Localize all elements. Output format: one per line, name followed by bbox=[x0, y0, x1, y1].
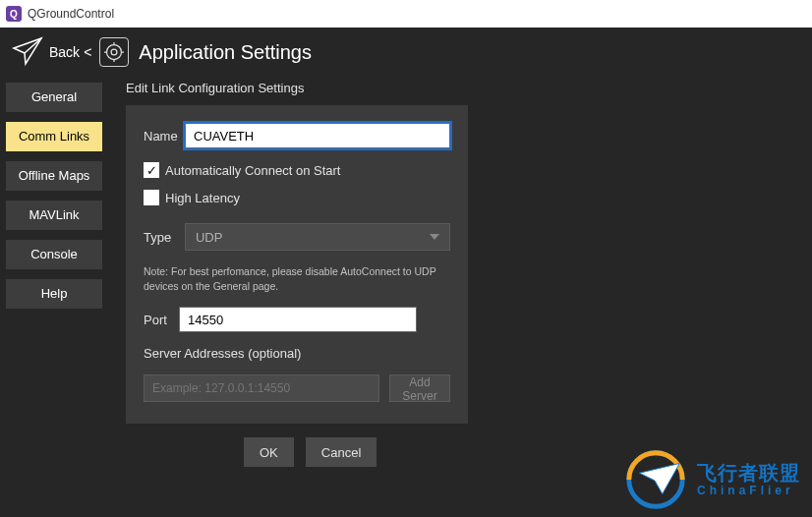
window-title: QGroundControl bbox=[28, 7, 114, 21]
header-bar: Back < Application Settings bbox=[0, 28, 812, 77]
watermark: 飞行者联盟 ChinaFlier bbox=[622, 446, 800, 513]
paper-plane-icon[interactable] bbox=[12, 36, 43, 68]
gear-icon bbox=[104, 42, 124, 62]
type-select[interactable]: UDP bbox=[185, 223, 450, 251]
watermark-en: ChinaFlier bbox=[697, 485, 794, 496]
auto-connect-label: Automatically Connect on Start bbox=[165, 163, 340, 178]
watermark-cn: 飞行者联盟 bbox=[697, 463, 800, 483]
window-titlebar: Q QGroundControl bbox=[0, 0, 812, 28]
chevron-down-icon bbox=[430, 234, 439, 240]
sidebar: General Comm Links Offline Maps MAVLink … bbox=[0, 77, 108, 467]
app-frame: Back < Application Settings General Comm… bbox=[0, 28, 812, 517]
sidebar-item-general[interactable]: General bbox=[6, 83, 102, 112]
svg-point-1 bbox=[111, 49, 117, 55]
sidebar-item-help[interactable]: Help bbox=[6, 279, 102, 309]
port-label: Port bbox=[144, 313, 179, 327]
name-input[interactable] bbox=[185, 123, 450, 148]
cancel-button[interactable]: Cancel bbox=[306, 437, 377, 467]
port-input[interactable] bbox=[179, 307, 417, 332]
high-latency-checkbox[interactable] bbox=[144, 190, 159, 205]
type-selected: UDP bbox=[196, 230, 222, 245]
server-addresses-label: Server Addresses (optional) bbox=[144, 346, 450, 361]
page-title: Application Settings bbox=[139, 41, 312, 64]
sidebar-item-comm-links[interactable]: Comm Links bbox=[6, 122, 102, 151]
app-icon: Q bbox=[6, 6, 22, 22]
edit-link-panel: Name ✓ Automatically Connect on Start Hi… bbox=[126, 105, 468, 424]
type-label: Type bbox=[144, 230, 185, 245]
auto-connect-checkbox[interactable]: ✓ bbox=[144, 162, 159, 178]
add-server-button[interactable]: Add Server bbox=[389, 374, 450, 402]
settings-icon-box[interactable] bbox=[99, 37, 129, 67]
svg-point-0 bbox=[107, 45, 122, 60]
sidebar-item-offline-maps[interactable]: Offline Maps bbox=[6, 161, 102, 191]
server-address-input[interactable] bbox=[144, 374, 379, 402]
section-title: Edit Link Configuration Settings bbox=[126, 81, 812, 95]
sidebar-item-mavlink[interactable]: MAVLink bbox=[6, 201, 102, 230]
back-chevron[interactable]: < bbox=[84, 44, 91, 60]
sidebar-item-console[interactable]: Console bbox=[6, 240, 102, 269]
name-label: Name bbox=[144, 129, 185, 144]
globe-plane-icon bbox=[622, 446, 689, 513]
high-latency-label: High Latency bbox=[165, 191, 240, 205]
performance-note: Note: For best perfomance, please disabl… bbox=[144, 264, 448, 293]
ok-button[interactable]: OK bbox=[244, 437, 294, 467]
back-label[interactable]: Back bbox=[49, 44, 80, 60]
